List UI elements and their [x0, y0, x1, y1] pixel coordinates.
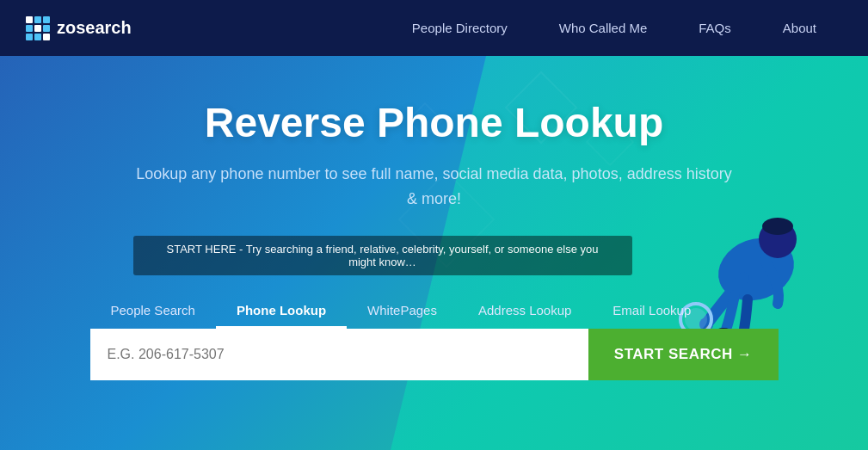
- search-bar: START SEARCH →: [90, 329, 779, 380]
- logo[interactable]: zosearch: [26, 16, 132, 40]
- navbar: zosearch People Directory Who Called Me …: [0, 0, 868, 56]
- nav-link-people-directory[interactable]: People Directory: [386, 0, 533, 56]
- start-search-button[interactable]: START SEARCH →: [588, 329, 779, 380]
- hero-content: Reverse Phone Lookup Lookup any phone nu…: [133, 99, 736, 294]
- search-section: People Search Phone Lookup WhitePages Ad…: [47, 294, 822, 380]
- hero-subtitle: Lookup any phone number to see full name…: [133, 162, 736, 212]
- nav-link-who-called-me[interactable]: Who Called Me: [533, 0, 674, 56]
- phone-search-input[interactable]: [90, 329, 588, 380]
- tab-people-search[interactable]: People Search: [90, 294, 216, 329]
- hero-title: Reverse Phone Lookup: [133, 99, 736, 146]
- tab-phone-lookup[interactable]: Phone Lookup: [216, 294, 347, 329]
- tab-email-lookup[interactable]: Email Lookup: [592, 294, 711, 329]
- nav-link-about[interactable]: About: [757, 0, 842, 56]
- hero-banner: START HERE - Try searching a friend, rel…: [133, 236, 632, 275]
- svg-point-2: [762, 218, 793, 235]
- hero-section: Reverse Phone Lookup Lookup any phone nu…: [0, 56, 868, 450]
- tab-whitepages[interactable]: WhitePages: [347, 294, 458, 329]
- nav-links: People Directory Who Called Me FAQs Abou…: [386, 0, 842, 56]
- logo-text: zosearch: [57, 18, 132, 38]
- tab-address-lookup[interactable]: Address Lookup: [458, 294, 592, 329]
- search-tabs: People Search Phone Lookup WhitePages Ad…: [90, 294, 779, 329]
- nav-link-faqs[interactable]: FAQs: [673, 0, 757, 56]
- logo-icon: [26, 16, 50, 40]
